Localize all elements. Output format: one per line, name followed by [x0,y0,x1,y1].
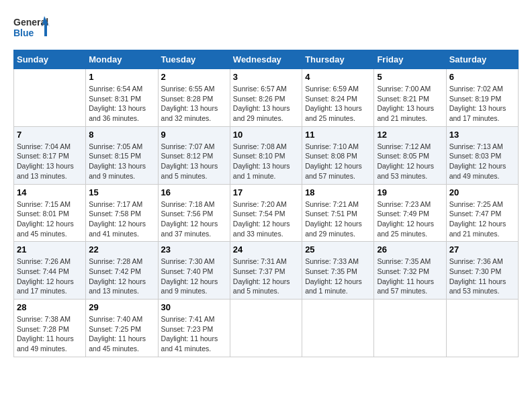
calendar-cell [14,69,86,127]
day-number: 8 [89,130,154,140]
calendar-cell: 11Sunrise: 7:10 AM Sunset: 8:08 PM Dayli… [302,126,374,184]
calendar-cell: 12Sunrise: 7:12 AM Sunset: 8:05 PM Dayli… [374,126,446,184]
calendar-cell: 16Sunrise: 7:18 AM Sunset: 7:56 PM Dayli… [158,184,230,242]
day-number: 23 [161,244,227,255]
day-info: Sunrise: 7:04 AM Sunset: 8:17 PM Dayligh… [17,142,83,181]
day-info: Sunrise: 7:07 AM Sunset: 8:12 PM Dayligh… [161,142,227,181]
day-number: 2 [161,72,227,82]
calendar-cell [446,300,518,357]
calendar-cell: 14Sunrise: 7:15 AM Sunset: 8:01 PM Dayli… [14,184,86,242]
day-number: 1 [89,72,154,82]
weekday-header-row: SundayMondayTuesdayWednesdayThursdayFrid… [14,50,519,69]
calendar-week-2: 7Sunrise: 7:04 AM Sunset: 8:17 PM Daylig… [14,126,519,184]
calendar-cell: 15Sunrise: 7:17 AM Sunset: 7:58 PM Dayli… [86,184,158,242]
day-info: Sunrise: 7:40 AM Sunset: 7:25 PM Dayligh… [89,314,154,354]
day-number: 26 [377,244,443,255]
day-info: Sunrise: 6:57 AM Sunset: 8:26 PM Dayligh… [233,84,299,124]
day-info: Sunrise: 7:20 AM Sunset: 7:54 PM Dayligh… [233,199,299,239]
svg-text:Blue: Blue [13,28,34,38]
weekday-header-wednesday: Wednesday [230,50,302,69]
day-number: 28 [17,302,83,312]
weekday-header-monday: Monday [86,50,158,69]
calendar-cell: 20Sunrise: 7:25 AM Sunset: 7:47 PM Dayli… [446,184,518,242]
calendar-cell: 3Sunrise: 6:57 AM Sunset: 8:26 PM Daylig… [230,69,302,127]
calendar-cell: 2Sunrise: 6:55 AM Sunset: 8:28 PM Daylig… [158,69,230,127]
day-number: 18 [305,187,371,197]
day-info: Sunrise: 7:38 AM Sunset: 7:28 PM Dayligh… [17,314,83,354]
day-info: Sunrise: 7:21 AM Sunset: 7:51 PM Dayligh… [305,199,371,239]
day-number: 16 [161,187,227,197]
day-number: 19 [377,187,443,197]
weekday-header-friday: Friday [374,50,446,69]
day-info: Sunrise: 7:36 AM Sunset: 7:30 PM Dayligh… [449,257,515,296]
day-info: Sunrise: 7:15 AM Sunset: 8:01 PM Dayligh… [17,199,83,239]
calendar-cell [302,300,374,357]
calendar-cell: 28Sunrise: 7:38 AM Sunset: 7:28 PM Dayli… [14,300,86,357]
calendar-week-1: 1Sunrise: 6:54 AM Sunset: 8:31 PM Daylig… [14,69,519,127]
day-number: 21 [17,244,83,255]
day-info: Sunrise: 7:30 AM Sunset: 7:40 PM Dayligh… [161,257,227,296]
day-number: 11 [305,130,371,140]
calendar-cell: 26Sunrise: 7:35 AM Sunset: 7:32 PM Dayli… [374,242,446,300]
calendar-cell: 8Sunrise: 7:05 AM Sunset: 8:15 PM Daylig… [86,126,158,184]
calendar-cell: 1Sunrise: 6:54 AM Sunset: 8:31 PM Daylig… [86,69,158,127]
weekday-header-saturday: Saturday [446,50,518,69]
day-info: Sunrise: 6:55 AM Sunset: 8:28 PM Dayligh… [161,84,227,124]
calendar-cell: 5Sunrise: 7:00 AM Sunset: 8:21 PM Daylig… [374,69,446,127]
day-number: 10 [233,130,299,140]
day-number: 9 [161,130,227,140]
day-number: 5 [377,72,443,82]
day-number: 17 [233,187,299,197]
day-info: Sunrise: 7:10 AM Sunset: 8:08 PM Dayligh… [305,142,371,181]
day-info: Sunrise: 7:28 AM Sunset: 7:42 PM Dayligh… [89,257,154,296]
calendar-cell: 25Sunrise: 7:33 AM Sunset: 7:35 PM Dayli… [302,242,374,300]
calendar-cell: 7Sunrise: 7:04 AM Sunset: 8:17 PM Daylig… [14,126,86,184]
day-info: Sunrise: 6:59 AM Sunset: 8:24 PM Dayligh… [305,84,371,124]
day-number: 20 [449,187,515,197]
weekday-header-tuesday: Tuesday [158,50,230,69]
day-number: 30 [161,302,227,312]
day-number: 7 [17,130,83,140]
calendar-cell: 24Sunrise: 7:31 AM Sunset: 7:37 PM Dayli… [230,242,302,300]
day-info: Sunrise: 7:33 AM Sunset: 7:35 PM Dayligh… [305,257,371,296]
day-number: 27 [449,244,515,255]
day-number: 13 [449,130,515,140]
day-info: Sunrise: 7:17 AM Sunset: 7:58 PM Dayligh… [89,199,154,239]
weekday-header-thursday: Thursday [302,50,374,69]
calendar-cell: 23Sunrise: 7:30 AM Sunset: 7:40 PM Dayli… [158,242,230,300]
calendar-cell: 13Sunrise: 7:13 AM Sunset: 8:03 PM Dayli… [446,126,518,184]
day-info: Sunrise: 7:25 AM Sunset: 7:47 PM Dayligh… [449,199,515,239]
day-info: Sunrise: 7:12 AM Sunset: 8:05 PM Dayligh… [377,142,443,181]
calendar-cell: 19Sunrise: 7:23 AM Sunset: 7:49 PM Dayli… [374,184,446,242]
calendar-table: SundayMondayTuesdayWednesdayThursdayFrid… [13,50,519,357]
calendar-cell: 21Sunrise: 7:26 AM Sunset: 7:44 PM Dayli… [14,242,86,300]
day-info: Sunrise: 7:00 AM Sunset: 8:21 PM Dayligh… [377,84,443,124]
day-number: 24 [233,244,299,255]
weekday-header-sunday: Sunday [14,50,86,69]
calendar-cell [374,300,446,357]
calendar-week-3: 14Sunrise: 7:15 AM Sunset: 8:01 PM Dayli… [14,184,519,242]
day-number: 25 [305,244,371,255]
day-number: 3 [233,72,299,82]
day-info: Sunrise: 7:13 AM Sunset: 8:03 PM Dayligh… [449,142,515,181]
day-info: Sunrise: 7:18 AM Sunset: 7:56 PM Dayligh… [161,199,227,239]
calendar-cell: 4Sunrise: 6:59 AM Sunset: 8:24 PM Daylig… [302,69,374,127]
calendar-cell [230,300,302,357]
calendar-cell: 22Sunrise: 7:28 AM Sunset: 7:42 PM Dayli… [86,242,158,300]
calendar-week-4: 21Sunrise: 7:26 AM Sunset: 7:44 PM Dayli… [14,242,519,300]
day-info: Sunrise: 7:08 AM Sunset: 8:10 PM Dayligh… [233,142,299,181]
day-number: 29 [89,302,154,312]
day-info: Sunrise: 7:41 AM Sunset: 7:23 PM Dayligh… [161,314,227,354]
day-number: 6 [449,72,515,82]
day-info: Sunrise: 7:26 AM Sunset: 7:44 PM Dayligh… [17,257,83,296]
calendar-cell: 6Sunrise: 7:02 AM Sunset: 8:19 PM Daylig… [446,69,518,127]
calendar-cell: 29Sunrise: 7:40 AM Sunset: 7:25 PM Dayli… [86,300,158,357]
day-info: Sunrise: 7:05 AM Sunset: 8:15 PM Dayligh… [89,142,154,181]
calendar-week-5: 28Sunrise: 7:38 AM Sunset: 7:28 PM Dayli… [14,300,519,357]
day-info: Sunrise: 7:23 AM Sunset: 7:49 PM Dayligh… [377,199,443,239]
calendar-cell: 9Sunrise: 7:07 AM Sunset: 8:12 PM Daylig… [158,126,230,184]
day-number: 4 [305,72,371,82]
page-header: GeneralBlue [13,13,519,43]
day-info: Sunrise: 7:31 AM Sunset: 7:37 PM Dayligh… [233,257,299,296]
logo-svg: GeneralBlue [13,13,51,43]
